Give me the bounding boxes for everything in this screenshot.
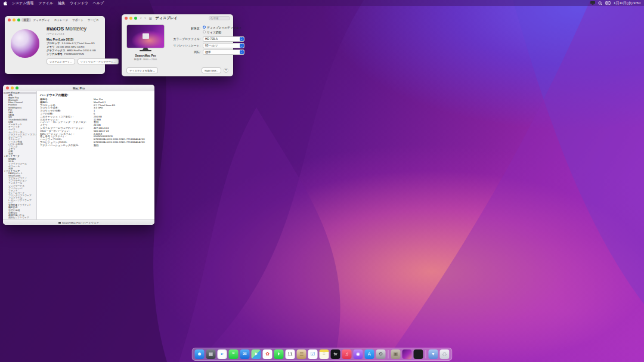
popup-value: HD 709-A (205, 38, 218, 41)
dock-system-preferences-icon[interactable]: ⚙ (376, 349, 386, 359)
menu-item[interactable]: システム情報 (12, 1, 34, 6)
dock-icon-glyph: A (368, 352, 371, 357)
dock-maps-icon[interactable]: ➤ (252, 349, 261, 359)
display-thumbnail[interactable] (127, 25, 164, 48)
dock-icon-glyph: ▦ (209, 352, 213, 357)
sidebar-item[interactable]: 無効なソフトウェア (3, 216, 36, 219)
about-content: macOS Monterey バージョン12.1 Mac Pro (Late 2… (5, 23, 105, 64)
dock-mail-icon[interactable]: ✉ (240, 349, 250, 359)
dock-appstore-icon[interactable]: A (365, 349, 374, 359)
minimize-button[interactable] (11, 86, 14, 89)
menu-item[interactable]: 編集 (58, 1, 65, 6)
resolution-row: 解像度: ディスプレイのデフォルト サイズ調整 (167, 26, 244, 35)
night-shift-button[interactable]: Night Shift... (202, 67, 221, 73)
select-label: カラープロファイル: (167, 37, 200, 41)
dock-divider[interactable] (388, 350, 389, 358)
minimize-button[interactable] (13, 18, 16, 21)
dock-facetime-icon[interactable]: ⏵ (274, 349, 284, 359)
monterey-logo (11, 29, 39, 58)
system-report-button[interactable]: システムレポート... (47, 58, 75, 64)
menubar-clock[interactable]: 1月11日(水) 9:50 (614, 1, 640, 6)
about-tab[interactable]: サポート (70, 18, 85, 22)
dock-notes-icon[interactable]: ≡ (320, 349, 329, 359)
select-label: 回転: (167, 50, 200, 54)
popup-caret-icon: ⌃⌄ (240, 44, 244, 48)
control-center-icon[interactable] (605, 1, 611, 5)
zoom-button[interactable] (16, 86, 18, 89)
about-tab[interactable]: 概要 (21, 18, 30, 22)
back-button[interactable]: ‹ (140, 16, 141, 20)
about-tab[interactable]: ディスプレイ (32, 18, 52, 22)
dock-recent-app-dark-icon[interactable] (414, 349, 423, 359)
dock-contacts-icon[interactable]: ☰ (297, 349, 306, 359)
os-version: バージョン12.1 (47, 32, 119, 35)
dock-icon-glyph: ➢ (220, 352, 224, 357)
search-input[interactable]: 検索 (209, 16, 230, 20)
dock-icon-glyph: 11 (287, 352, 292, 357)
display-name: SeanのMac Pro (126, 54, 165, 57)
dock-music-icon[interactable]: ♫ (342, 349, 352, 359)
info-label: アクティベーションロックの状況: (40, 144, 94, 147)
spotlight-search-icon[interactable] (598, 1, 602, 5)
dock: ☻▦➢❝✉➤✿⏵11☰☑≡tv♫◉A⚙▣▾♺ (192, 348, 453, 361)
apple-menu-icon[interactable] (4, 1, 7, 5)
dock-launchpad-icon[interactable]: ▦ (206, 349, 216, 359)
dock-icon-glyph: ♺ (442, 352, 447, 357)
dock-finder-icon[interactable]: ☻ (195, 349, 205, 359)
forward-button[interactable]: › (144, 16, 145, 20)
hardware-overview-pane: ハードウェアの概要: 機種名: Mac Pro 機種ID: MacPro6,1 … (37, 91, 154, 219)
dock-calendar-icon[interactable]: 11 (286, 349, 295, 359)
dock-icon-glyph: ♫ (345, 352, 349, 357)
dock-safari-icon[interactable]: ➢ (218, 349, 227, 359)
about-titlebar: 概要ディスプレイストレージサポートサービス (5, 16, 105, 23)
display-thumbnail-area: SeanのMac Pro 解像度: 3840 × 2160 (126, 24, 165, 61)
dock-minimized-window-thumbnail[interactable] (402, 349, 412, 359)
menu-item[interactable]: ウインドウ (70, 1, 88, 6)
hardware-info-row: アクティベーションロックの状況: 無効 (40, 144, 151, 147)
resolution-radio[interactable]: サイズ調整 (203, 30, 242, 34)
popup-button[interactable]: 60 ヘルツ ⌃⌄ (203, 43, 244, 48)
menu-item[interactable]: ヘルプ (93, 1, 104, 6)
computer-icon (58, 222, 61, 224)
select-row: カラープロファイル: HD 709-A ⌃⌄ (167, 36, 244, 42)
dock-trash-icon[interactable]: ♺ (440, 349, 450, 359)
zoom-button[interactable] (134, 17, 137, 20)
radio-dot (203, 30, 206, 33)
resolution-radio[interactable]: ディスプレイのデフォルト (203, 26, 242, 29)
menu-item[interactable]: ファイル (39, 1, 54, 6)
about-tab[interactable]: ストレージ (52, 18, 70, 22)
show-all-icon[interactable]: ⊞ (149, 16, 152, 20)
window-controls (6, 86, 18, 89)
spec-row: プロセッサ 3.5 GHz 6コアIntel Xeon E5 (47, 42, 119, 45)
spec-row: グラフィックス AMD FirePro D700 6 GB (47, 49, 119, 52)
close-button[interactable] (125, 17, 128, 20)
breadcrumb: SeanのMac Pro › ハードウェア (62, 221, 99, 224)
dock-tv-icon[interactable]: tv (331, 349, 340, 359)
close-button[interactable] (8, 18, 11, 21)
close-button[interactable] (6, 86, 9, 89)
help-button[interactable]: ? (224, 68, 228, 73)
display-menu-icon[interactable] (590, 1, 595, 5)
popup-button[interactable]: HD 709-A ⌃⌄ (203, 36, 244, 42)
dock-downloads-stack-icon[interactable]: ▾ (429, 349, 438, 359)
dock-reminders-icon[interactable]: ☑ (308, 349, 318, 359)
minimize-button[interactable] (129, 17, 132, 20)
spec-label: グラフィックス (47, 49, 65, 52)
software-update-button[interactable]: ソフトウェア・アップデート... (78, 58, 119, 64)
displays-content: SeanのMac Pro 解像度: 3840 × 2160 解像度: ディスプレ… (122, 22, 233, 61)
displays-preferences-window: ‹ › ⊞ ディスプレイ 検索 SeanのMac Pro 解像度: 3840 ×… (122, 14, 233, 76)
dock-recent-app-icon[interactable]: ▣ (391, 349, 401, 359)
popup-button[interactable]: 標準 ⌃⌄ (203, 49, 244, 55)
dock-messages-icon[interactable]: ❝ (229, 349, 239, 359)
dock-icon-glyph: ⏵ (278, 352, 280, 357)
about-info: macOS Monterey バージョン12.1 Mac Pro (Late 2… (47, 24, 119, 64)
dock-divider[interactable] (426, 350, 426, 358)
select-row: リフレッシュレート: 60 ヘルツ ⌃⌄ (167, 43, 244, 48)
add-display-button[interactable]: ディスプレイを追加 ⌄ (126, 67, 158, 73)
about-tab[interactable]: サービス (86, 18, 101, 22)
spec-value: 24 GB 1866 MHz DDR3 (56, 46, 84, 49)
dock-icon-glyph: ▾ (432, 352, 434, 357)
dock-icon-glyph: ❝ (232, 352, 234, 357)
dock-podcasts-icon[interactable]: ◉ (354, 349, 363, 359)
dock-photos-icon[interactable]: ✿ (263, 349, 273, 359)
